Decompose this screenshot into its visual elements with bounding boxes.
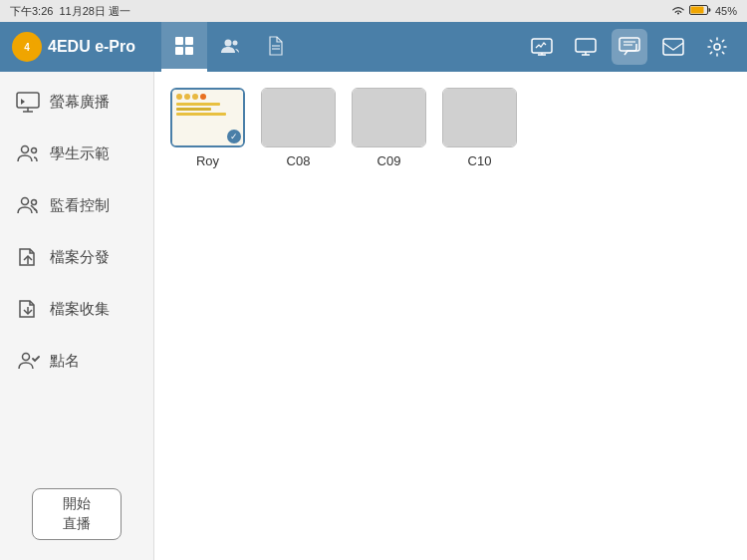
status-bar: 下午3:26 11月28日 週一 45%: [0, 0, 747, 22]
screen-mirror-btn[interactable]: [524, 29, 560, 65]
device-label-roy: Roy: [196, 153, 219, 168]
sidebar-label-screen-broadcast: 螢幕廣播: [50, 93, 110, 112]
monitor-btn[interactable]: [568, 29, 604, 65]
logo-icon: 4: [12, 32, 42, 62]
device-thumb-c10[interactable]: [442, 88, 517, 147]
nav-tabs: [161, 22, 299, 72]
svg-rect-1: [690, 7, 703, 14]
sidebar-label-student-demo: 學生示範: [50, 144, 110, 163]
device-label-c10: C10: [468, 153, 492, 168]
svg-rect-4: [175, 37, 183, 45]
device-label-c08: C08: [287, 153, 311, 168]
svg-rect-21: [17, 93, 39, 108]
svg-rect-13: [576, 39, 596, 52]
svg-point-25: [32, 148, 37, 153]
svg-point-31: [23, 354, 30, 361]
device-tile-c08[interactable]: C08: [261, 88, 336, 168]
sidebar-item-screen-broadcast[interactable]: 螢幕廣播: [0, 76, 153, 128]
device-thumb-c08[interactable]: [261, 88, 336, 147]
svg-text:4: 4: [24, 42, 30, 53]
status-left: 下午3:26 11月28日 週一: [10, 4, 130, 19]
svg-point-24: [22, 146, 29, 153]
battery-icon: [689, 4, 711, 18]
nav-tab-file[interactable]: [253, 22, 299, 72]
app-wrapper: 4 4EDU e-Pro: [0, 22, 747, 560]
sidebar-item-file-distribute[interactable]: 檔案分發: [0, 231, 153, 283]
sidebar-label-monitor-control: 監看控制: [50, 196, 110, 215]
top-nav: 4 4EDU e-Pro: [0, 22, 747, 72]
main-content: 螢幕廣播 學生示範 監看控制: [0, 72, 747, 560]
sidebar-item-file-collect[interactable]: 檔案收集: [0, 283, 153, 335]
start-broadcast-button[interactable]: 開始直播: [32, 488, 122, 540]
svg-point-20: [714, 44, 720, 50]
sidebar-item-monitor-control[interactable]: 監看控制: [0, 179, 153, 231]
nav-tab-users[interactable]: [207, 22, 253, 72]
content-area: Roy C08 C09 C10: [154, 72, 747, 560]
device-label-c09: C09: [377, 153, 401, 168]
chat-btn[interactable]: [612, 29, 647, 65]
app-name: 4EDU e-Pro: [48, 38, 135, 56]
sidebar-item-attendance[interactable]: 點名: [0, 335, 153, 387]
svg-rect-19: [663, 39, 683, 55]
settings-btn[interactable]: [699, 29, 735, 65]
device-thumb-roy[interactable]: [170, 88, 245, 147]
svg-rect-7: [185, 47, 193, 55]
sidebar: 螢幕廣播 學生示範 監看控制: [0, 72, 154, 560]
sidebar-label-attendance: 點名: [50, 352, 80, 371]
svg-point-8: [225, 39, 232, 46]
nav-right-icons: [524, 29, 735, 65]
device-tile-roy[interactable]: Roy: [170, 88, 245, 168]
nav-tab-grid[interactable]: [161, 22, 207, 72]
wifi-icon: [671, 4, 685, 18]
svg-point-9: [233, 40, 238, 45]
svg-rect-6: [175, 47, 183, 55]
svg-point-27: [32, 200, 37, 205]
battery-level: 45%: [715, 5, 737, 17]
status-time: 下午3:26: [10, 4, 53, 19]
sidebar-label-file-distribute: 檔案分發: [50, 248, 110, 267]
sidebar-item-student-demo[interactable]: 學生示範: [0, 128, 153, 179]
svg-point-26: [22, 198, 29, 205]
device-tile-c09[interactable]: C09: [352, 88, 426, 168]
svg-rect-5: [185, 37, 193, 45]
sidebar-label-file-collect: 檔案收集: [50, 300, 110, 319]
device-tile-c10[interactable]: C10: [442, 88, 517, 168]
device-thumb-c09[interactable]: [352, 88, 426, 147]
start-broadcast-label: 開始直播: [63, 494, 91, 533]
status-right: 45%: [671, 4, 737, 18]
message-btn[interactable]: [655, 29, 691, 65]
app-logo: 4 4EDU e-Pro: [12, 32, 161, 62]
status-date: 11月28日 週一: [59, 4, 130, 19]
selected-overlay-roy: [227, 130, 241, 143]
